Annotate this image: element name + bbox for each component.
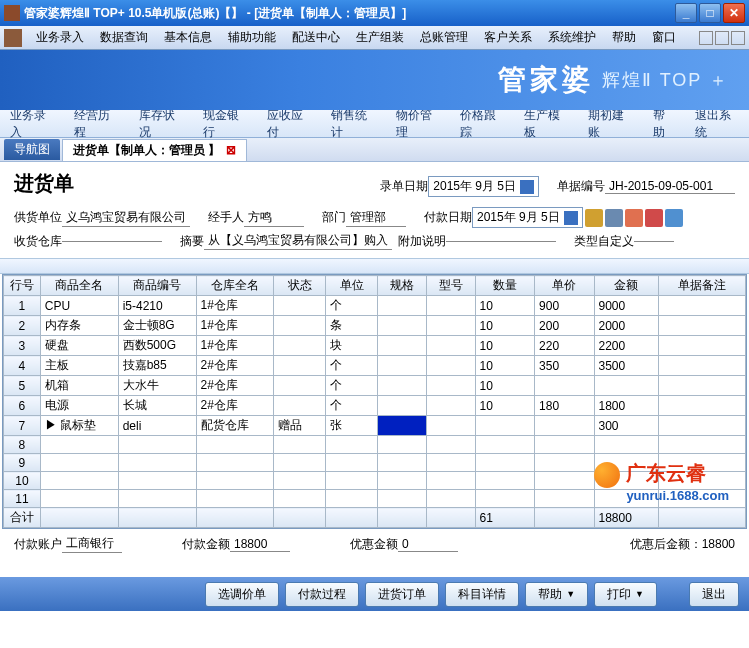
cell[interactable]: [378, 436, 427, 454]
cell[interactable]: [40, 490, 118, 508]
cell[interactable]: [475, 454, 534, 472]
cell[interactable]: [274, 296, 326, 316]
cell[interactable]: 个: [326, 296, 378, 316]
minimize-button[interactable]: _: [675, 3, 697, 23]
cell[interactable]: [196, 436, 274, 454]
cell[interactable]: [274, 454, 326, 472]
tool-cash[interactable]: 现金银行: [193, 110, 257, 137]
cell[interactable]: [426, 296, 475, 316]
cell[interactable]: 个: [326, 356, 378, 376]
cell[interactable]: [659, 396, 746, 416]
cell[interactable]: 200: [535, 316, 594, 336]
tool-history[interactable]: 经营历程: [64, 110, 128, 137]
col-header[interactable]: 金额: [594, 276, 659, 296]
table-row[interactable]: 3硬盘西数500G1#仓库块102202200: [4, 336, 746, 356]
cell[interactable]: [659, 490, 746, 508]
cell[interactable]: 2#仓库: [196, 376, 274, 396]
maximize-button[interactable]: □: [699, 3, 721, 23]
cell[interactable]: [274, 356, 326, 376]
cell[interactable]: deli: [118, 416, 196, 436]
col-header[interactable]: 规格: [378, 276, 427, 296]
col-header[interactable]: 数量: [475, 276, 534, 296]
cell[interactable]: 5: [4, 376, 41, 396]
col-header[interactable]: 商品全名: [40, 276, 118, 296]
btn-help[interactable]: 帮助▼: [525, 582, 588, 607]
recv-wh-value[interactable]: [62, 241, 162, 242]
tab-navigation[interactable]: 导航图: [4, 139, 60, 160]
col-header[interactable]: 单价: [535, 276, 594, 296]
cell[interactable]: 大水牛: [118, 376, 196, 396]
cell[interactable]: 10: [475, 376, 534, 396]
cell[interactable]: [659, 454, 746, 472]
tool-biz-entry[interactable]: 业务录入: [0, 110, 64, 137]
table-row[interactable]: 11: [4, 490, 746, 508]
table-row[interactable]: 9: [4, 454, 746, 472]
cell[interactable]: 赠品: [274, 416, 326, 436]
cell[interactable]: [426, 416, 475, 436]
tool-opening[interactable]: 期初建账: [578, 110, 642, 137]
cell[interactable]: [426, 376, 475, 396]
cell[interactable]: [535, 490, 594, 508]
cell[interactable]: [196, 490, 274, 508]
cell[interactable]: [378, 356, 427, 376]
info-icon[interactable]: [665, 209, 683, 227]
cell[interactable]: [378, 376, 427, 396]
menu-crm[interactable]: 客户关系: [476, 29, 540, 46]
cell[interactable]: 1#仓库: [196, 336, 274, 356]
cell[interactable]: [475, 490, 534, 508]
tag-icon[interactable]: [645, 209, 663, 227]
cell[interactable]: [535, 436, 594, 454]
table-row[interactable]: 10: [4, 472, 746, 490]
col-header[interactable]: 单位: [326, 276, 378, 296]
cell[interactable]: [426, 490, 475, 508]
cell[interactable]: 10: [475, 356, 534, 376]
cell[interactable]: [426, 472, 475, 490]
cell[interactable]: [118, 454, 196, 472]
pay-date-picker[interactable]: 2015年 9月 5日: [472, 207, 583, 228]
menu-production[interactable]: 生产组装: [348, 29, 412, 46]
btn-exit[interactable]: 退出: [689, 582, 739, 607]
cell[interactable]: [659, 376, 746, 396]
col-header[interactable]: 单据备注: [659, 276, 746, 296]
cell[interactable]: [274, 490, 326, 508]
cell[interactable]: [594, 472, 659, 490]
cell[interactable]: 金士顿8G: [118, 316, 196, 336]
cell[interactable]: 配货仓库: [196, 416, 274, 436]
tool-pricetrack[interactable]: 价格跟踪: [450, 110, 514, 137]
tool-arap[interactable]: 应收应付: [257, 110, 321, 137]
summary-value[interactable]: 从【义乌鸿宝贸易有限公司】购入: [204, 232, 392, 250]
cell[interactable]: 220: [535, 336, 594, 356]
cell[interactable]: [118, 472, 196, 490]
disc-value[interactable]: 0: [398, 537, 458, 552]
menu-basic-info[interactable]: 基本信息: [156, 29, 220, 46]
cell[interactable]: 2: [4, 316, 41, 336]
cell[interactable]: [196, 454, 274, 472]
cell[interactable]: [594, 454, 659, 472]
menu-biz-entry[interactable]: 业务录入: [28, 29, 92, 46]
tab-purchase-order[interactable]: 进货单【制单人：管理员 】 ⊠: [62, 139, 247, 161]
cell[interactable]: [535, 376, 594, 396]
table-row[interactable]: 5机箱大水牛2#仓库个10: [4, 376, 746, 396]
table-row[interactable]: 4主板技嘉b852#仓库个103503500: [4, 356, 746, 376]
tab-close-icon[interactable]: ⊠: [226, 143, 236, 157]
cell[interactable]: 2#仓库: [196, 356, 274, 376]
cell[interactable]: [535, 454, 594, 472]
table-row[interactable]: 2内存条金士顿8G1#仓库条102002000: [4, 316, 746, 336]
cell[interactable]: ▶ 鼠标垫: [40, 416, 118, 436]
cell[interactable]: [274, 336, 326, 356]
cell[interactable]: [594, 490, 659, 508]
menu-window[interactable]: 窗口: [644, 29, 684, 46]
tool-salesstat[interactable]: 销售统计: [321, 110, 385, 137]
btn-payment[interactable]: 付款过程: [285, 582, 359, 607]
table-row[interactable]: 6电源长城2#仓库个101801800: [4, 396, 746, 416]
custom-value[interactable]: [634, 241, 674, 242]
cell[interactable]: 180: [535, 396, 594, 416]
cell[interactable]: [659, 316, 746, 336]
cell[interactable]: 7: [4, 416, 41, 436]
cell[interactable]: 300: [594, 416, 659, 436]
cell[interactable]: [426, 336, 475, 356]
cell[interactable]: [378, 454, 427, 472]
cell[interactable]: [40, 472, 118, 490]
cell[interactable]: [274, 376, 326, 396]
table-row[interactable]: 1CPUi5-42101#仓库个109009000: [4, 296, 746, 316]
